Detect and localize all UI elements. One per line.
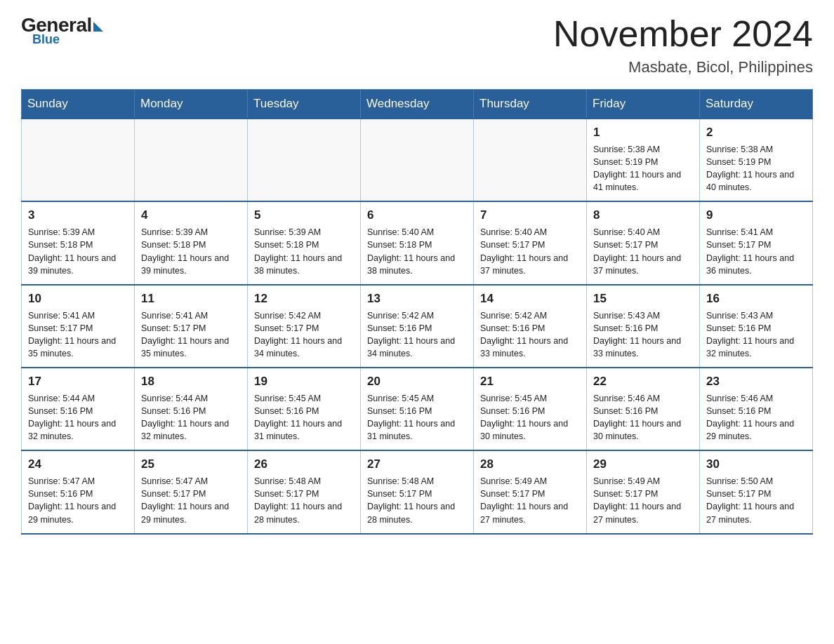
week-row-2: 3Sunrise: 5:39 AM Sunset: 5:18 PM Daylig… — [22, 201, 813, 284]
calendar-cell: 19Sunrise: 5:45 AM Sunset: 5:16 PM Dayli… — [248, 368, 361, 450]
calendar-cell: 28Sunrise: 5:49 AM Sunset: 5:17 PM Dayli… — [474, 450, 587, 533]
day-number: 21 — [480, 373, 580, 390]
calendar-cell: 14Sunrise: 5:42 AM Sunset: 5:16 PM Dayli… — [474, 285, 587, 368]
day-number: 15 — [593, 290, 693, 307]
day-number: 6 — [367, 207, 467, 224]
calendar-header-row: SundayMondayTuesdayWednesdayThursdayFrid… — [22, 90, 813, 119]
day-number: 5 — [254, 207, 354, 224]
calendar-cell: 26Sunrise: 5:48 AM Sunset: 5:17 PM Dayli… — [248, 450, 361, 533]
day-info: Sunrise: 5:40 AM Sunset: 5:18 PM Dayligh… — [367, 226, 467, 277]
day-number: 17 — [28, 373, 128, 390]
day-number: 19 — [254, 373, 354, 390]
calendar-cell: 15Sunrise: 5:43 AM Sunset: 5:16 PM Dayli… — [587, 285, 700, 368]
day-number: 30 — [706, 456, 806, 473]
week-row-4: 17Sunrise: 5:44 AM Sunset: 5:16 PM Dayli… — [22, 368, 813, 450]
week-row-1: 1Sunrise: 5:38 AM Sunset: 5:19 PM Daylig… — [22, 119, 813, 201]
calendar-cell — [22, 119, 135, 201]
calendar-cell: 3Sunrise: 5:39 AM Sunset: 5:18 PM Daylig… — [22, 201, 135, 284]
day-number: 22 — [593, 373, 693, 390]
calendar-cell: 20Sunrise: 5:45 AM Sunset: 5:16 PM Dayli… — [361, 368, 474, 450]
col-header-wednesday: Wednesday — [361, 90, 474, 119]
logo-triangle-icon — [93, 22, 103, 32]
calendar-cell: 23Sunrise: 5:46 AM Sunset: 5:16 PM Dayli… — [700, 368, 813, 450]
day-info: Sunrise: 5:39 AM Sunset: 5:18 PM Dayligh… — [254, 226, 354, 277]
calendar-cell: 17Sunrise: 5:44 AM Sunset: 5:16 PM Dayli… — [22, 368, 135, 450]
day-info: Sunrise: 5:47 AM Sunset: 5:17 PM Dayligh… — [141, 475, 241, 526]
logo: General Blue — [21, 14, 103, 47]
day-info: Sunrise: 5:47 AM Sunset: 5:16 PM Dayligh… — [28, 475, 128, 526]
day-number: 13 — [367, 290, 467, 307]
day-info: Sunrise: 5:48 AM Sunset: 5:17 PM Dayligh… — [254, 475, 354, 526]
col-header-thursday: Thursday — [474, 90, 587, 119]
calendar-cell: 7Sunrise: 5:40 AM Sunset: 5:17 PM Daylig… — [474, 201, 587, 284]
calendar-cell: 10Sunrise: 5:41 AM Sunset: 5:17 PM Dayli… — [22, 285, 135, 368]
day-info: Sunrise: 5:40 AM Sunset: 5:17 PM Dayligh… — [480, 226, 580, 277]
day-info: Sunrise: 5:46 AM Sunset: 5:16 PM Dayligh… — [706, 392, 806, 443]
calendar-cell: 9Sunrise: 5:41 AM Sunset: 5:17 PM Daylig… — [700, 201, 813, 284]
logo-blue-text: Blue — [32, 32, 60, 47]
day-info: Sunrise: 5:45 AM Sunset: 5:16 PM Dayligh… — [480, 392, 580, 443]
day-info: Sunrise: 5:42 AM Sunset: 5:16 PM Dayligh… — [480, 309, 580, 361]
day-number: 24 — [28, 456, 128, 473]
day-number: 29 — [593, 456, 693, 473]
day-number: 14 — [480, 290, 580, 307]
calendar-cell: 5Sunrise: 5:39 AM Sunset: 5:18 PM Daylig… — [248, 201, 361, 284]
day-info: Sunrise: 5:41 AM Sunset: 5:17 PM Dayligh… — [141, 309, 241, 361]
calendar-cell: 2Sunrise: 5:38 AM Sunset: 5:19 PM Daylig… — [700, 119, 813, 201]
calendar-cell — [474, 119, 587, 201]
calendar-cell: 29Sunrise: 5:49 AM Sunset: 5:17 PM Dayli… — [587, 450, 700, 533]
calendar-cell: 6Sunrise: 5:40 AM Sunset: 5:18 PM Daylig… — [361, 201, 474, 284]
day-number: 27 — [367, 456, 467, 473]
calendar-cell — [361, 119, 474, 201]
day-number: 25 — [141, 456, 241, 473]
day-number: 2 — [706, 124, 806, 141]
day-info: Sunrise: 5:49 AM Sunset: 5:17 PM Dayligh… — [593, 475, 693, 526]
day-info: Sunrise: 5:38 AM Sunset: 5:19 PM Dayligh… — [706, 143, 806, 194]
week-row-3: 10Sunrise: 5:41 AM Sunset: 5:17 PM Dayli… — [22, 285, 813, 368]
day-number: 11 — [141, 290, 241, 307]
day-info: Sunrise: 5:43 AM Sunset: 5:16 PM Dayligh… — [706, 309, 806, 361]
day-number: 10 — [28, 290, 128, 307]
calendar-cell: 24Sunrise: 5:47 AM Sunset: 5:16 PM Dayli… — [22, 450, 135, 533]
day-number: 3 — [28, 207, 128, 224]
day-info: Sunrise: 5:43 AM Sunset: 5:16 PM Dayligh… — [593, 309, 693, 361]
day-info: Sunrise: 5:40 AM Sunset: 5:17 PM Dayligh… — [593, 226, 693, 277]
title-area: November 2024 Masbate, Bicol, Philippine… — [553, 14, 813, 76]
calendar-cell: 21Sunrise: 5:45 AM Sunset: 5:16 PM Dayli… — [474, 368, 587, 450]
location-subtitle: Masbate, Bicol, Philippines — [553, 58, 813, 76]
calendar-cell: 22Sunrise: 5:46 AM Sunset: 5:16 PM Dayli… — [587, 368, 700, 450]
day-number: 4 — [141, 207, 241, 224]
col-header-saturday: Saturday — [700, 90, 813, 119]
day-info: Sunrise: 5:49 AM Sunset: 5:17 PM Dayligh… — [480, 475, 580, 526]
day-info: Sunrise: 5:42 AM Sunset: 5:16 PM Dayligh… — [367, 309, 467, 361]
day-info: Sunrise: 5:45 AM Sunset: 5:16 PM Dayligh… — [367, 392, 467, 443]
day-number: 8 — [593, 207, 693, 224]
day-number: 1 — [593, 124, 693, 141]
day-info: Sunrise: 5:45 AM Sunset: 5:16 PM Dayligh… — [254, 392, 354, 443]
day-number: 12 — [254, 290, 354, 307]
calendar-cell: 12Sunrise: 5:42 AM Sunset: 5:17 PM Dayli… — [248, 285, 361, 368]
calendar-cell — [248, 119, 361, 201]
col-header-tuesday: Tuesday — [248, 90, 361, 119]
day-number: 7 — [480, 207, 580, 224]
page-header: General Blue November 2024 Masbate, Bico… — [21, 14, 813, 76]
day-number: 18 — [141, 373, 241, 390]
day-info: Sunrise: 5:38 AM Sunset: 5:19 PM Dayligh… — [593, 143, 693, 194]
calendar-cell: 16Sunrise: 5:43 AM Sunset: 5:16 PM Dayli… — [700, 285, 813, 368]
day-number: 9 — [706, 207, 806, 224]
col-header-friday: Friday — [587, 90, 700, 119]
calendar-table: SundayMondayTuesdayWednesdayThursdayFrid… — [21, 89, 813, 534]
day-number: 20 — [367, 373, 467, 390]
month-title: November 2024 — [553, 14, 813, 54]
day-number: 26 — [254, 456, 354, 473]
day-info: Sunrise: 5:41 AM Sunset: 5:17 PM Dayligh… — [706, 226, 806, 277]
day-info: Sunrise: 5:41 AM Sunset: 5:17 PM Dayligh… — [28, 309, 128, 361]
calendar-cell: 18Sunrise: 5:44 AM Sunset: 5:16 PM Dayli… — [135, 368, 248, 450]
calendar-cell: 4Sunrise: 5:39 AM Sunset: 5:18 PM Daylig… — [135, 201, 248, 284]
day-info: Sunrise: 5:42 AM Sunset: 5:17 PM Dayligh… — [254, 309, 354, 361]
day-info: Sunrise: 5:44 AM Sunset: 5:16 PM Dayligh… — [141, 392, 241, 443]
day-info: Sunrise: 5:48 AM Sunset: 5:17 PM Dayligh… — [367, 475, 467, 526]
day-info: Sunrise: 5:46 AM Sunset: 5:16 PM Dayligh… — [593, 392, 693, 443]
day-info: Sunrise: 5:39 AM Sunset: 5:18 PM Dayligh… — [141, 226, 241, 277]
calendar-cell: 13Sunrise: 5:42 AM Sunset: 5:16 PM Dayli… — [361, 285, 474, 368]
